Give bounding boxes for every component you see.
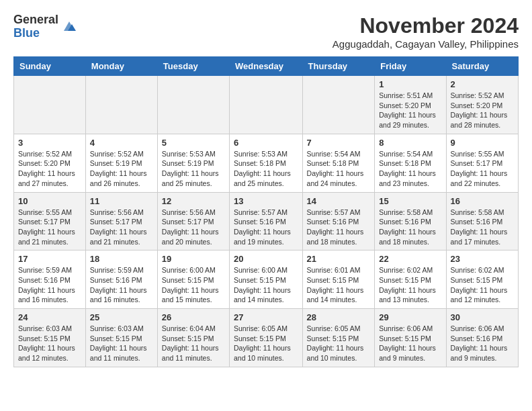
table-row: 24Sunrise: 6:03 AM Sunset: 5:15 PM Dayli… bbox=[14, 309, 86, 367]
calendar-table: Sunday Monday Tuesday Wednesday Thursday… bbox=[13, 56, 519, 367]
day-info: Sunrise: 6:02 AM Sunset: 5:15 PM Dayligh… bbox=[451, 265, 514, 305]
day-info: Sunrise: 6:03 AM Sunset: 5:15 PM Dayligh… bbox=[90, 324, 153, 363]
day-number: 14 bbox=[307, 196, 371, 206]
table-row: 12Sunrise: 5:56 AM Sunset: 5:17 PM Dayli… bbox=[157, 192, 229, 250]
table-row: 1Sunrise: 5:51 AM Sunset: 5:20 PM Daylig… bbox=[375, 76, 446, 134]
table-row: 27Sunrise: 6:05 AM Sunset: 5:15 PM Dayli… bbox=[230, 309, 303, 367]
page-header: General Blue November 2024 Aggugaddah, C… bbox=[13, 13, 519, 50]
day-number: 12 bbox=[162, 196, 225, 206]
table-row bbox=[157, 76, 229, 134]
table-row: 9Sunrise: 5:55 AM Sunset: 5:17 PM Daylig… bbox=[446, 134, 518, 192]
day-number: 25 bbox=[90, 312, 153, 322]
day-number: 8 bbox=[379, 138, 441, 148]
day-info: Sunrise: 5:52 AM Sunset: 5:20 PM Dayligh… bbox=[18, 149, 81, 189]
day-info: Sunrise: 5:55 AM Sunset: 5:17 PM Dayligh… bbox=[18, 208, 81, 247]
table-row: 20Sunrise: 6:00 AM Sunset: 5:15 PM Dayli… bbox=[230, 250, 303, 309]
table-row: 3Sunrise: 5:52 AM Sunset: 5:20 PM Daylig… bbox=[14, 134, 86, 192]
day-info: Sunrise: 6:05 AM Sunset: 5:15 PM Dayligh… bbox=[234, 324, 298, 363]
table-row: 16Sunrise: 5:58 AM Sunset: 5:16 PM Dayli… bbox=[446, 192, 518, 250]
day-info: Sunrise: 5:52 AM Sunset: 5:19 PM Dayligh… bbox=[90, 149, 153, 189]
table-row: 26Sunrise: 6:04 AM Sunset: 5:15 PM Dayli… bbox=[157, 309, 229, 367]
header-saturday: Saturday bbox=[446, 57, 518, 76]
day-number: 6 bbox=[234, 138, 298, 148]
table-row: 21Sunrise: 6:01 AM Sunset: 5:15 PM Dayli… bbox=[302, 250, 375, 309]
day-info: Sunrise: 6:06 AM Sunset: 5:15 PM Dayligh… bbox=[379, 324, 441, 363]
logo-general-text: General bbox=[13, 13, 58, 27]
table-row bbox=[230, 76, 303, 134]
day-number: 17 bbox=[18, 254, 81, 264]
day-info: Sunrise: 5:54 AM Sunset: 5:18 PM Dayligh… bbox=[307, 149, 371, 189]
day-number: 3 bbox=[18, 138, 81, 148]
day-info: Sunrise: 5:51 AM Sunset: 5:20 PM Dayligh… bbox=[379, 91, 441, 130]
calendar-week-row: 10Sunrise: 5:55 AM Sunset: 5:17 PM Dayli… bbox=[14, 192, 519, 250]
table-row: 18Sunrise: 5:59 AM Sunset: 5:16 PM Dayli… bbox=[85, 250, 157, 309]
day-info: Sunrise: 6:01 AM Sunset: 5:15 PM Dayligh… bbox=[307, 265, 371, 305]
logo-blue-text: Blue bbox=[13, 27, 58, 40]
table-row: 8Sunrise: 5:54 AM Sunset: 5:18 PM Daylig… bbox=[375, 134, 446, 192]
day-number: 23 bbox=[451, 254, 514, 264]
day-info: Sunrise: 6:02 AM Sunset: 5:15 PM Dayligh… bbox=[379, 265, 441, 305]
day-info: Sunrise: 5:53 AM Sunset: 5:18 PM Dayligh… bbox=[234, 149, 298, 189]
day-number: 16 bbox=[451, 196, 514, 206]
day-info: Sunrise: 5:53 AM Sunset: 5:19 PM Dayligh… bbox=[162, 149, 225, 189]
table-row: 23Sunrise: 6:02 AM Sunset: 5:15 PM Dayli… bbox=[446, 250, 518, 309]
calendar-week-row: 3Sunrise: 5:52 AM Sunset: 5:20 PM Daylig… bbox=[14, 134, 519, 192]
day-number: 22 bbox=[379, 254, 441, 264]
day-info: Sunrise: 5:59 AM Sunset: 5:16 PM Dayligh… bbox=[18, 265, 81, 305]
table-row: 29Sunrise: 6:06 AM Sunset: 5:15 PM Dayli… bbox=[375, 309, 446, 367]
table-row: 19Sunrise: 6:00 AM Sunset: 5:15 PM Dayli… bbox=[157, 250, 229, 309]
table-row: 25Sunrise: 6:03 AM Sunset: 5:15 PM Dayli… bbox=[85, 309, 157, 367]
day-info: Sunrise: 6:00 AM Sunset: 5:15 PM Dayligh… bbox=[234, 265, 298, 305]
day-info: Sunrise: 5:55 AM Sunset: 5:17 PM Dayligh… bbox=[451, 149, 514, 189]
calendar-header-row: Sunday Monday Tuesday Wednesday Thursday… bbox=[14, 57, 519, 76]
table-row bbox=[14, 76, 86, 134]
day-number: 29 bbox=[379, 312, 441, 322]
table-row: 22Sunrise: 6:02 AM Sunset: 5:15 PM Dayli… bbox=[375, 250, 446, 309]
table-row: 17Sunrise: 5:59 AM Sunset: 5:16 PM Dayli… bbox=[14, 250, 86, 309]
calendar-week-row: 1Sunrise: 5:51 AM Sunset: 5:20 PM Daylig… bbox=[14, 76, 519, 134]
day-number: 5 bbox=[162, 138, 225, 148]
table-row bbox=[85, 76, 157, 134]
day-number: 9 bbox=[451, 138, 514, 148]
header-friday: Friday bbox=[375, 57, 446, 76]
day-info: Sunrise: 5:59 AM Sunset: 5:16 PM Dayligh… bbox=[90, 265, 153, 305]
header-monday: Monday bbox=[85, 57, 157, 76]
location-text: Aggugaddah, Cagayan Valley, Philippines bbox=[332, 38, 519, 50]
day-number: 24 bbox=[18, 312, 81, 322]
table-row bbox=[302, 76, 375, 134]
day-number: 18 bbox=[90, 254, 153, 264]
header-wednesday: Wednesday bbox=[230, 57, 303, 76]
day-info: Sunrise: 6:04 AM Sunset: 5:15 PM Dayligh… bbox=[162, 324, 225, 363]
day-number: 2 bbox=[451, 79, 514, 89]
calendar-week-row: 17Sunrise: 5:59 AM Sunset: 5:16 PM Dayli… bbox=[14, 250, 519, 309]
day-number: 15 bbox=[379, 196, 441, 206]
day-number: 1 bbox=[379, 79, 441, 89]
table-row: 13Sunrise: 5:57 AM Sunset: 5:16 PM Dayli… bbox=[230, 192, 303, 250]
day-number: 10 bbox=[18, 196, 81, 206]
day-info: Sunrise: 5:54 AM Sunset: 5:18 PM Dayligh… bbox=[379, 149, 441, 189]
table-row: 6Sunrise: 5:53 AM Sunset: 5:18 PM Daylig… bbox=[230, 134, 303, 192]
table-row: 10Sunrise: 5:55 AM Sunset: 5:17 PM Dayli… bbox=[14, 192, 86, 250]
calendar-week-row: 24Sunrise: 6:03 AM Sunset: 5:15 PM Dayli… bbox=[14, 309, 519, 367]
day-number: 21 bbox=[307, 254, 371, 264]
day-info: Sunrise: 6:05 AM Sunset: 5:15 PM Dayligh… bbox=[307, 324, 371, 363]
day-number: 19 bbox=[162, 254, 225, 264]
month-title: November 2024 bbox=[332, 13, 519, 38]
title-section: November 2024 Aggugaddah, Cagayan Valley… bbox=[332, 13, 519, 50]
day-info: Sunrise: 5:56 AM Sunset: 5:17 PM Dayligh… bbox=[90, 208, 153, 247]
table-row: 28Sunrise: 6:05 AM Sunset: 5:15 PM Dayli… bbox=[302, 309, 375, 367]
day-number: 7 bbox=[307, 138, 371, 148]
day-number: 26 bbox=[162, 312, 225, 322]
day-number: 30 bbox=[451, 312, 514, 322]
day-number: 11 bbox=[90, 196, 153, 206]
day-info: Sunrise: 5:57 AM Sunset: 5:16 PM Dayligh… bbox=[234, 208, 298, 247]
day-info: Sunrise: 6:06 AM Sunset: 5:16 PM Dayligh… bbox=[451, 324, 514, 363]
day-number: 28 bbox=[307, 312, 371, 322]
day-info: Sunrise: 5:56 AM Sunset: 5:17 PM Dayligh… bbox=[162, 208, 225, 247]
table-row: 5Sunrise: 5:53 AM Sunset: 5:19 PM Daylig… bbox=[157, 134, 229, 192]
header-sunday: Sunday bbox=[14, 57, 86, 76]
day-info: Sunrise: 6:03 AM Sunset: 5:15 PM Dayligh… bbox=[18, 324, 81, 363]
table-row: 2Sunrise: 5:52 AM Sunset: 5:20 PM Daylig… bbox=[446, 76, 518, 134]
table-row: 11Sunrise: 5:56 AM Sunset: 5:17 PM Dayli… bbox=[85, 192, 157, 250]
table-row: 30Sunrise: 6:06 AM Sunset: 5:16 PM Dayli… bbox=[446, 309, 518, 367]
